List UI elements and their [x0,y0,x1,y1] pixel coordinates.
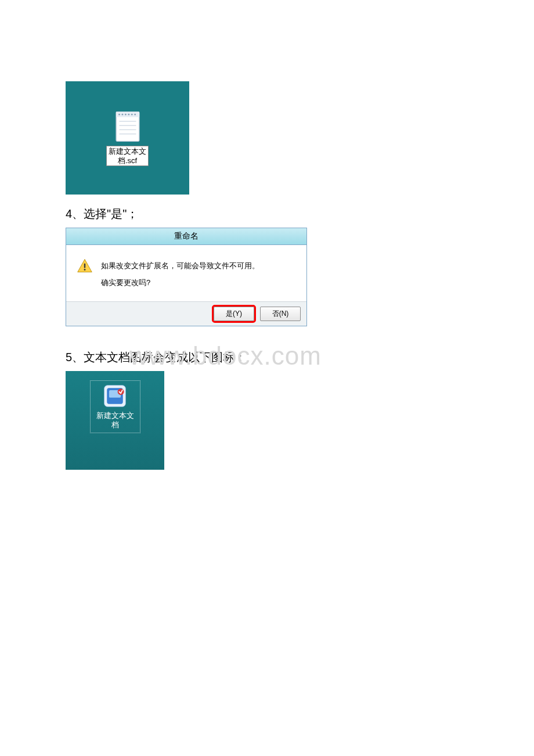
svg-point-4 [125,114,127,116]
svg-point-17 [118,388,124,395]
scf-label-line2: 档 [96,420,134,430]
text-file-icon [111,110,145,143]
desktop-screenshot-2: 新建文本文 档 [66,371,164,470]
scf-label-line1: 新建文本文 [96,411,134,420]
scf-file-icon [102,383,128,409]
step-4-text: 4、选择"是"； [66,206,534,222]
rename-dialog: 重命名 如果改变文件扩展名，可能会导致文件不可用。 确实要更改吗? 是(Y) 否… [66,228,307,326]
file-item[interactable]: 新建文本文 档.scf [106,110,149,166]
dialog-message: 如果改变文件扩展名，可能会导致文件不可用。 确实要更改吗? [101,258,259,291]
svg-point-5 [128,114,129,116]
file-label-line1: 新建文本文 [109,147,146,156]
dialog-line2: 确实要更改吗? [101,275,259,291]
step-5-text: 5、文本文档图标会变成以下图标； [66,350,534,365]
dialog-line1: 如果改变文件扩展名，可能会导致文件不可用。 [101,258,259,275]
file-item-scf[interactable]: 新建文本文 档 [90,380,140,433]
svg-point-6 [131,114,132,116]
svg-point-3 [121,114,123,116]
warning-icon [77,258,93,274]
yes-button[interactable]: 是(Y) [214,307,254,321]
svg-rect-12 [84,264,85,268]
dialog-body: 如果改变文件扩展名，可能会导致文件不可用。 确实要更改吗? [66,245,306,301]
file-label-line2: 档.scf [109,156,146,165]
dialog-title: 重命名 [66,228,306,245]
file-label: 新建文本文 档.scf [106,146,149,166]
no-button[interactable]: 否(N) [260,307,301,321]
svg-point-2 [118,114,120,116]
svg-point-13 [84,269,86,271]
dialog-footer: 是(Y) 否(N) [66,301,306,326]
scf-file-label: 新建文本文 档 [96,411,134,429]
svg-point-7 [134,114,136,116]
desktop-screenshot-1: 新建文本文 档.scf [66,81,189,195]
